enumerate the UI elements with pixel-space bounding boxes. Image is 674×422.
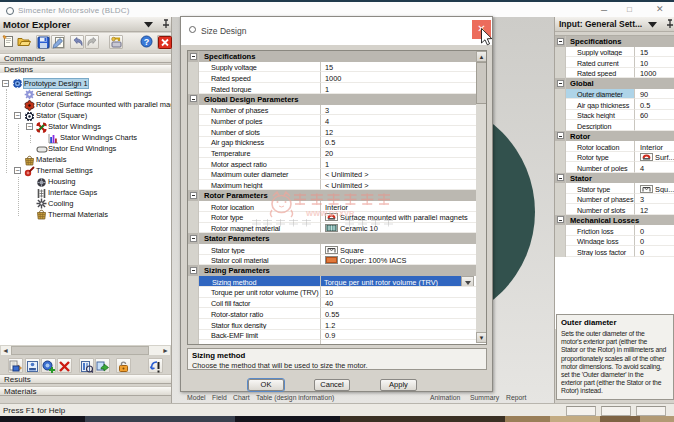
svg-text:?: ?: [143, 36, 149, 46]
